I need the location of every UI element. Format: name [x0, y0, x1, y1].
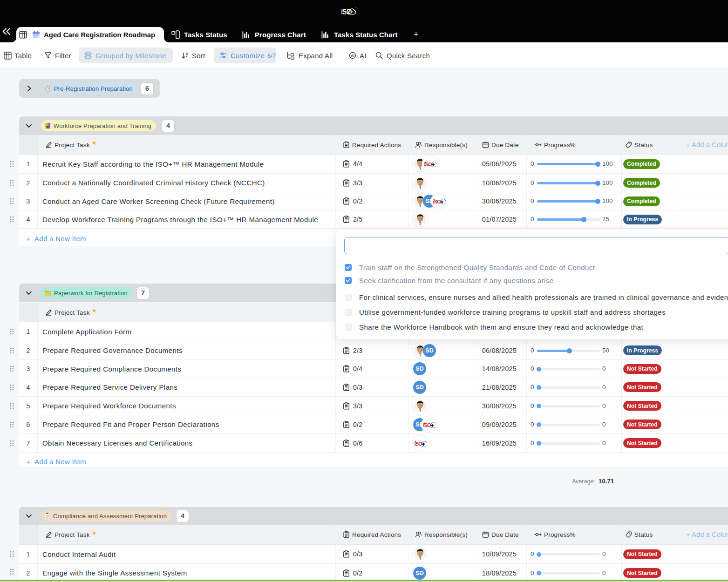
svg-text:AI: AI: [351, 54, 354, 58]
svg-text:™: ™: [355, 7, 356, 9]
svg-text:iSO: iSO: [341, 7, 351, 16]
